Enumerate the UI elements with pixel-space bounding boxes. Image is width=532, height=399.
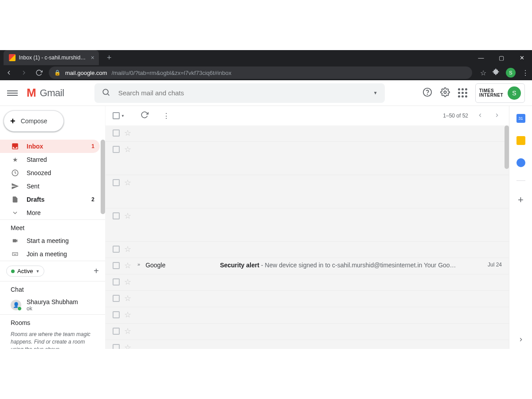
new-chat-icon[interactable]: + bbox=[94, 266, 99, 276]
mail-list[interactable]: ☆☆☆☆☆☆»GoogleSecurity alert - New device… bbox=[106, 125, 509, 349]
meet-label: Join a meeting bbox=[27, 250, 94, 258]
mail-scrollbar[interactable] bbox=[505, 125, 509, 169]
tab-favicon bbox=[9, 54, 16, 61]
org-badge[interactable]: TIMES INTERNET S bbox=[475, 83, 525, 103]
mail-row[interactable]: ☆ bbox=[106, 307, 509, 324]
mail-row[interactable]: ☆ bbox=[106, 340, 509, 349]
extensions-icon[interactable] bbox=[493, 68, 500, 77]
star-icon[interactable]: ☆ bbox=[124, 344, 131, 349]
status-pill[interactable]: Active ▼ bbox=[6, 266, 44, 277]
svg-point-3 bbox=[427, 94, 428, 94]
page-range: 1–50 of 52 bbox=[443, 113, 468, 119]
row-checkbox[interactable] bbox=[113, 212, 120, 219]
sidebar-nav-inbox[interactable]: Inbox1 bbox=[0, 140, 100, 153]
mail-row[interactable]: ☆ bbox=[106, 324, 509, 340]
kbd-icon bbox=[11, 251, 20, 257]
url-path: /mail/u/0/?tab=rm&ogbl&zx=l7vkf73ciq6t#i… bbox=[112, 70, 231, 76]
mail-row[interactable]: ☆ bbox=[106, 208, 509, 242]
search-input[interactable] bbox=[118, 89, 370, 97]
row-checkbox[interactable] bbox=[113, 278, 120, 286]
row-checkbox[interactable] bbox=[113, 246, 120, 253]
sidebar-nav-sent[interactable]: Sent bbox=[0, 180, 100, 193]
mail-row[interactable]: ☆ bbox=[106, 175, 509, 208]
tasks-icon[interactable] bbox=[516, 158, 525, 167]
browser-profile-avatar[interactable]: S bbox=[506, 68, 516, 78]
refresh-icon[interactable] bbox=[141, 111, 149, 121]
lock-icon: 🔒 bbox=[54, 70, 61, 76]
nav-forward-icon[interactable] bbox=[19, 67, 29, 78]
row-checkbox[interactable] bbox=[113, 295, 120, 302]
mail-row[interactable]: ☆ bbox=[106, 291, 509, 307]
settings-gear-icon[interactable] bbox=[440, 87, 450, 99]
omnibox[interactable]: 🔒 mail.google.com/mail/u/0/?tab=rm&ogbl&… bbox=[49, 66, 472, 79]
calendar-icon[interactable]: 31 bbox=[516, 114, 525, 123]
sidebar-nav-drafts[interactable]: Drafts2 bbox=[0, 193, 100, 206]
sidebar-scrollbar[interactable] bbox=[101, 140, 105, 214]
select-dropdown-icon[interactable]: ▼ bbox=[121, 114, 125, 118]
sidebar-nav-snoozed[interactable]: Snoozed bbox=[0, 166, 100, 180]
search-bar[interactable]: ▼ bbox=[94, 83, 385, 103]
mail-row[interactable]: ☆ bbox=[106, 242, 509, 258]
nav-back-icon[interactable] bbox=[4, 67, 14, 78]
meet-item[interactable]: Join a meeting bbox=[0, 247, 100, 261]
nav-reload-icon[interactable] bbox=[34, 67, 44, 78]
star-icon[interactable]: ☆ bbox=[124, 278, 131, 286]
star-icon[interactable]: ☆ bbox=[124, 179, 131, 187]
star-icon[interactable]: ☆ bbox=[124, 327, 131, 335]
mail-row[interactable]: ☆ bbox=[106, 274, 509, 291]
star-icon[interactable]: ☆ bbox=[124, 262, 131, 270]
mail-row[interactable]: ☆»GoogleSecurity alert - New device sign… bbox=[106, 258, 509, 274]
row-checkbox[interactable] bbox=[113, 262, 120, 269]
google-apps-icon[interactable] bbox=[458, 88, 467, 98]
mail-row[interactable]: ☆ bbox=[106, 125, 509, 142]
keep-icon[interactable] bbox=[516, 136, 525, 145]
rooms-header: Rooms bbox=[0, 315, 105, 329]
svg-rect-8 bbox=[14, 253, 15, 254]
row-checkbox[interactable] bbox=[113, 328, 120, 335]
gmail-logo[interactable]: M Gmail bbox=[27, 86, 64, 100]
star-icon[interactable]: ☆ bbox=[124, 294, 131, 302]
important-marker-icon[interactable]: » bbox=[137, 262, 140, 267]
search-options-icon[interactable]: ▼ bbox=[373, 90, 378, 95]
window-maximize-icon[interactable]: ▢ bbox=[491, 50, 512, 65]
row-checkbox[interactable] bbox=[113, 344, 120, 349]
main-menu-icon[interactable] bbox=[7, 89, 18, 97]
gmail-header: M Gmail ▼ TIMES INTERNET S bbox=[0, 80, 532, 106]
window-minimize-icon[interactable]: — bbox=[471, 50, 491, 65]
mail-row[interactable]: ☆ bbox=[106, 142, 509, 175]
new-tab-button[interactable]: + bbox=[107, 53, 112, 63]
row-checkbox[interactable] bbox=[113, 146, 120, 153]
support-icon[interactable] bbox=[422, 87, 432, 99]
meet-item[interactable]: Start a meeting bbox=[0, 234, 100, 247]
browser-menu-icon[interactable]: ⋮ bbox=[522, 69, 528, 77]
star-icon[interactable]: ☆ bbox=[124, 212, 131, 220]
sidebar-nav-more[interactable]: More bbox=[0, 206, 100, 219]
next-page-icon[interactable] bbox=[492, 110, 502, 121]
more-actions-icon[interactable]: ⋮ bbox=[163, 112, 170, 120]
bookmark-star-icon[interactable]: ☆ bbox=[480, 69, 486, 77]
star-icon: ★ bbox=[11, 156, 20, 163]
star-icon[interactable]: ☆ bbox=[124, 145, 131, 153]
tab-close-icon[interactable]: × bbox=[91, 54, 94, 61]
star-icon[interactable]: ☆ bbox=[124, 129, 131, 137]
compose-button[interactable]: + Compose bbox=[4, 110, 64, 132]
star-icon[interactable]: ☆ bbox=[124, 311, 131, 319]
get-addons-icon[interactable]: + bbox=[518, 194, 524, 206]
browser-tab[interactable]: Inbox (1) - c-sahil.murshid@tim × bbox=[4, 50, 99, 65]
svg-line-1 bbox=[108, 94, 109, 95]
star-icon[interactable]: ☆ bbox=[124, 245, 131, 253]
contact-last-msg: ok bbox=[27, 305, 78, 312]
row-checkbox[interactable] bbox=[113, 311, 120, 318]
chat-contact[interactable]: 👤 Shaurya Shubham ok bbox=[0, 296, 105, 314]
select-all-checkbox[interactable] bbox=[113, 112, 120, 119]
sidebar-nav-starred[interactable]: ★Starred bbox=[0, 153, 100, 166]
account-avatar[interactable]: S bbox=[508, 86, 521, 100]
row-checkbox[interactable] bbox=[113, 129, 120, 137]
cam-icon bbox=[11, 238, 20, 244]
mail-date: Jul 24 bbox=[488, 262, 502, 268]
row-checkbox[interactable] bbox=[113, 179, 120, 186]
search-icon[interactable] bbox=[102, 88, 110, 98]
window-close-icon[interactable]: ✕ bbox=[512, 50, 532, 65]
prev-page-icon[interactable] bbox=[475, 110, 485, 121]
collapse-rail-icon[interactable] bbox=[518, 336, 524, 344]
